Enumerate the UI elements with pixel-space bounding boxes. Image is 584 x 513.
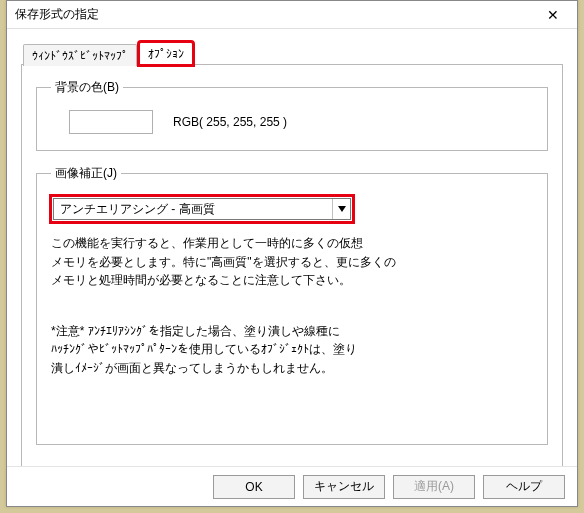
note-line: *注意* ｱﾝﾁｴﾘｱｼﾝｸﾞを指定した場合、塗り潰しや線種に [51,322,533,341]
background-color-swatch[interactable] [69,110,153,134]
ok-button[interactable]: OK [213,475,295,499]
titlebar: 保存形式の指定 ✕ [7,1,577,29]
antialias-combo[interactable]: アンチエリアシング - 高画質 [53,198,351,220]
antialias-combo-value: アンチエリアシング - 高画質 [54,201,332,218]
background-color-legend: 背景の色(B) [51,79,123,96]
tab-label: ｵﾌﾟｼｮﾝ [148,47,184,61]
antialias-combo-highlight: アンチエリアシング - 高画質 [51,196,353,222]
cancel-button[interactable]: キャンセル [303,475,385,499]
tab-pane-options: 背景の色(B) RGB( 255, 255, 255 ) 画像補正(J) アンチ… [21,64,563,466]
close-button[interactable]: ✕ [533,3,573,27]
button-label: OK [245,480,262,494]
background-color-value: RGB( 255, 255, 255 ) [173,115,287,129]
button-label: ヘルプ [506,478,542,495]
tab-strip: ｳｨﾝﾄﾞｳｽﾞﾋﾞｯﾄﾏｯﾌﾟ ｵﾌﾟｼｮﾝ [21,39,563,65]
image-correction-legend: 画像補正(J) [51,165,121,182]
desc-line: メモリと処理時間が必要となることに注意して下さい。 [51,271,533,290]
desc-line: この機能を実行すると、作業用として一時的に多くの仮想 [51,234,533,253]
antialias-note: *注意* ｱﾝﾁｴﾘｱｼﾝｸﾞを指定した場合、塗り潰しや線種に ﾊｯﾁﾝｸﾞやﾋ… [51,322,533,378]
tab-label: ｳｨﾝﾄﾞｳｽﾞﾋﾞｯﾄﾏｯﾌﾟ [32,49,128,63]
desc-line: メモリを必要とします。特に"高画質"を選択すると、更に多くの [51,253,533,272]
tab-options[interactable]: ｵﾌﾟｼｮﾝ [139,42,193,65]
background-color-row: RGB( 255, 255, 255 ) [51,110,533,134]
apply-button[interactable]: 適用(A) [393,475,475,499]
svg-marker-0 [338,206,346,212]
tab-windows-bitmap[interactable]: ｳｨﾝﾄﾞｳｽﾞﾋﾞｯﾄﾏｯﾌﾟ [23,44,137,66]
antialias-description: この機能を実行すると、作業用として一時的に多くの仮想 メモリを必要とします。特に… [51,234,533,290]
dialog-window: 保存形式の指定 ✕ ｳｨﾝﾄﾞｳｽﾞﾋﾞｯﾄﾏｯﾌﾟ ｵﾌﾟｼｮﾝ 背景の色(B… [6,0,578,507]
client-area: ｳｨﾝﾄﾞｳｽﾞﾋﾞｯﾄﾏｯﾌﾟ ｵﾌﾟｼｮﾝ 背景の色(B) RGB( 255… [7,29,577,466]
background-color-group: 背景の色(B) RGB( 255, 255, 255 ) [36,79,548,151]
button-label: キャンセル [314,478,374,495]
image-correction-group: 画像補正(J) アンチエリアシング - 高画質 この機能を実行すると、作業用とし… [36,165,548,445]
window-title: 保存形式の指定 [15,6,533,23]
note-line: 潰しｲﾒｰｼﾞが画面と異なってしまうかもしれません。 [51,359,533,378]
note-line: ﾊｯﾁﾝｸﾞやﾋﾞｯﾄﾏｯﾌﾟﾊﾟﾀｰﾝを使用しているｵﾌﾞｼﾞｪｸﾄは、塗り [51,340,533,359]
close-icon: ✕ [547,7,559,23]
chevron-down-icon [332,199,350,219]
button-label: 適用(A) [414,478,454,495]
help-button[interactable]: ヘルプ [483,475,565,499]
dialog-button-row: OK キャンセル 適用(A) ヘルプ [7,466,577,506]
